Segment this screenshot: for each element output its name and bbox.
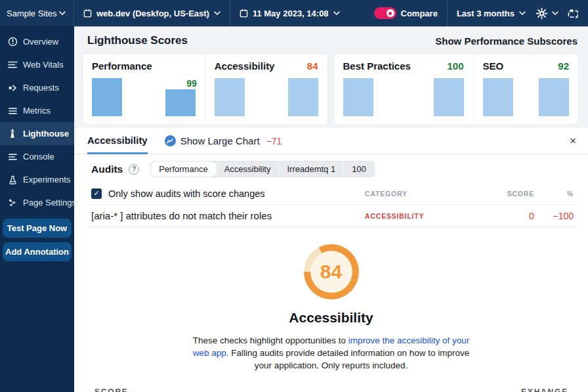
- chevron-down-icon: [519, 11, 526, 15]
- mini-bar-chart: [483, 76, 569, 116]
- chevron-down-icon: [59, 11, 66, 15]
- sidebar-item-label: Console: [23, 152, 54, 162]
- check-icon: ✓: [93, 189, 99, 198]
- compare-toggle[interactable]: [374, 7, 396, 19]
- show-performance-subscores[interactable]: Show Performance Subscores: [435, 35, 578, 47]
- bar: [539, 78, 569, 116]
- score-card-seo[interactable]: SEO 92: [473, 54, 578, 124]
- column-header-category: CATEGORY: [365, 190, 483, 198]
- scores-card-left: Performance 99 Accessibility 84: [83, 54, 327, 124]
- show-large-chart-button[interactable]: Show Large Chart: [165, 135, 260, 146]
- site-selector[interactable]: Sample Sites: [0, 0, 74, 26]
- filter-irreademtq[interactable]: Irreademtq 1: [278, 162, 343, 177]
- card-score: 100: [448, 60, 464, 72]
- help-icon[interactable]: ?: [129, 164, 139, 175]
- card-title: Accessibility: [215, 60, 275, 72]
- test-page-now-button[interactable]: Test Page Now: [3, 219, 72, 238]
- bar: [483, 78, 513, 116]
- page-selector[interactable]: web.dev (Deskfop, US-East): [74, 0, 230, 26]
- sidebar-item-label: Lighthouse: [23, 129, 69, 139]
- sidebar-item-label: Experiments: [23, 175, 70, 185]
- compare-control: Compare: [365, 0, 447, 26]
- sidebar-item-page-settings[interactable]: Page Settings: [0, 191, 74, 214]
- sidebar-item-web-vitals[interactable]: Web Vitals: [0, 53, 74, 76]
- requests-icon: [7, 84, 18, 92]
- page-selector-label: web.dev (Deskfop, US-East): [96, 9, 209, 18]
- audit-name: [aria-* ] attributes do not match their …: [91, 210, 365, 221]
- web-vitals-icon: [7, 60, 18, 69]
- settings-menu[interactable]: [535, 0, 564, 26]
- score-card-accessibility[interactable]: Accessibility 84: [205, 54, 327, 124]
- score-card-best-practices[interactable]: Best Practices 100: [334, 54, 473, 124]
- experiments-icon: [7, 175, 18, 185]
- sidebar-item-requests[interactable]: Requests: [0, 76, 74, 99]
- filter-accessibility[interactable]: Accessibility: [216, 162, 279, 177]
- gear-icon: [536, 8, 547, 19]
- mini-bar-chart: 99: [92, 76, 196, 116]
- date-selector-label: 11 May 2023, 14:08: [253, 9, 329, 18]
- page-title: Lighthouse Scores: [87, 34, 188, 47]
- card-score: 99: [186, 78, 197, 89]
- checkbox-label: Only show audits with score changes: [108, 188, 365, 199]
- bar: [434, 78, 464, 116]
- sidebar-item-label: Page Settings: [23, 198, 76, 207]
- sidebar-item-experiments[interactable]: Experiments: [0, 168, 74, 191]
- close-icon[interactable]: ×: [570, 135, 576, 146]
- description-text: These checks highlight opportunities to: [193, 336, 348, 345]
- score-column-header: SCORE: [94, 387, 129, 392]
- bar: [288, 78, 318, 116]
- sidebar-item-console[interactable]: Console: [0, 145, 74, 168]
- screen-icon: [568, 9, 579, 18]
- site-selector-label: Sample Sites: [7, 9, 57, 18]
- checkbox-score-changes[interactable]: ✓: [91, 188, 102, 199]
- console-icon: [7, 153, 18, 161]
- detail-table-header: SCORE EXHANGE: [74, 387, 588, 392]
- add-annotation-button[interactable]: Add Annotation: [3, 242, 72, 261]
- sidebar-item-label: Metrics: [23, 106, 51, 116]
- sidebar-item-metrics[interactable]: Metrics: [0, 99, 74, 122]
- category-detail: 84 Accessibility These checks highlight …: [74, 227, 588, 392]
- compare-label: Compare: [401, 9, 438, 18]
- category-description: These checks highlight opportunities to …: [185, 334, 477, 372]
- bar: [165, 89, 196, 116]
- card-title: SEO: [483, 60, 504, 72]
- mini-bar-chart: [215, 76, 318, 116]
- mini-bar-chart: [343, 76, 464, 116]
- screen-button[interactable]: [564, 0, 588, 26]
- calendar-icon: [240, 9, 248, 18]
- metrics-icon: [7, 107, 18, 115]
- card-score: 84: [307, 60, 318, 72]
- tab-accessibility[interactable]: Accessibility: [87, 128, 148, 154]
- audit-percent: −100: [534, 211, 574, 221]
- score-card-performance[interactable]: Performance 99: [83, 54, 205, 124]
- gauge-value: 84: [310, 251, 352, 293]
- page-settings-icon: [7, 198, 18, 207]
- sidebar-item-lighthouse[interactable]: Lighthouse: [0, 122, 74, 145]
- audit-filter-group: Performance Accessibility Irreademtq 1 1…: [150, 161, 375, 177]
- filter-performance[interactable]: Performance: [151, 162, 215, 177]
- sidebar-item-label: Requests: [23, 83, 59, 93]
- score-gauge: 84: [304, 244, 359, 299]
- audits-title: Audits: [91, 163, 123, 175]
- audit-row[interactable]: [aria-* ] attributes do not match their …: [87, 205, 578, 227]
- sidebar-item-label: Web Vitals: [23, 60, 64, 70]
- tab-bar: Accessibility Show Large Chart −71 ×: [74, 128, 588, 154]
- sidebar-item-label: Overview: [23, 37, 58, 47]
- description-text: Falling audits provide detailed informat…: [228, 348, 469, 370]
- calendar-icon: [83, 9, 92, 18]
- bar: [92, 78, 122, 116]
- range-selector[interactable]: Last 3 months: [448, 0, 535, 26]
- range-selector-label: Last 3 months: [457, 9, 514, 18]
- main-content: Lighthouse Scores Show Performance Subsc…: [74, 26, 588, 392]
- audits-panel: Audits ? Performance Accessibility Irrea…: [74, 154, 588, 392]
- date-selector[interactable]: 11 May 2023, 14:08: [230, 0, 349, 26]
- sidebar-item-overview[interactable]: Overview: [0, 30, 74, 53]
- scores-card-right: Best Practices 100 SEO 92: [334, 54, 579, 124]
- show-large-chart-label: Show Large Chart: [180, 135, 260, 146]
- filter-100[interactable]: 100: [343, 162, 374, 177]
- exhange-column-header: EXHANGE: [521, 387, 568, 392]
- card-title: Best Practices: [343, 60, 411, 72]
- audit-category: ACCESSIBILITY: [365, 212, 483, 220]
- score-cards: Performance 99 Accessibility 84: [74, 54, 588, 124]
- bar: [215, 78, 245, 116]
